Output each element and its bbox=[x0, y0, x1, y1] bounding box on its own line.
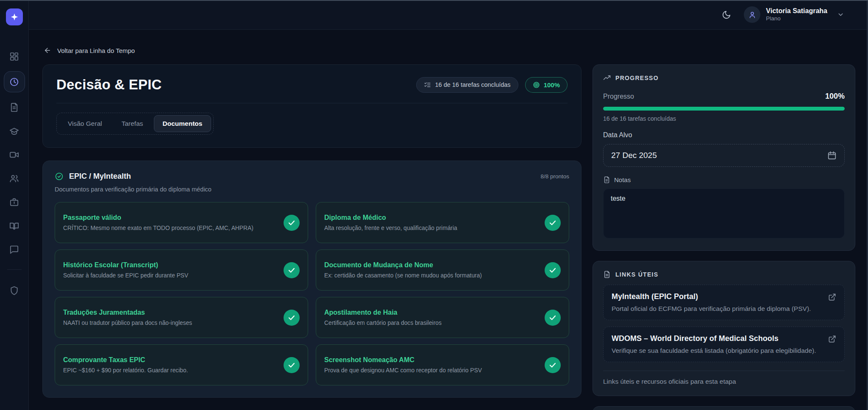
app-logo[interactable] bbox=[6, 8, 23, 25]
document-text: Apostilamento de Haia Certificação em ca… bbox=[324, 309, 448, 326]
document-title: Diploma de Médico bbox=[324, 214, 457, 222]
users-icon bbox=[9, 174, 19, 183]
percent-badge: 100% bbox=[525, 77, 568, 93]
useful-links-card: LINKS ÚTEIS MyIntealth (EPIC Portal) Por… bbox=[593, 261, 855, 396]
document-item[interactable]: Screenshot Nomeação AMC Prova de que des… bbox=[316, 344, 569, 385]
check-circle-icon[interactable] bbox=[545, 262, 561, 278]
circle-check-icon bbox=[55, 172, 64, 181]
percent-badge-label: 100% bbox=[544, 81, 560, 89]
document-item[interactable]: Traduções Juramentadas NAATI ou tradutor… bbox=[55, 297, 308, 338]
document-text: Comprovante Taxas EPIC EPIC ~$160 + $90 … bbox=[63, 356, 194, 374]
window-top-edge bbox=[0, 0, 868, 1]
sidebar-item-community[interactable] bbox=[8, 172, 21, 185]
file-text-icon bbox=[603, 271, 611, 278]
documents-subtitle: Documentos para verificação primária do … bbox=[55, 186, 569, 193]
document-item[interactable]: Diploma de Médico Alta resolução, frente… bbox=[316, 202, 569, 243]
message-square-icon bbox=[9, 245, 19, 255]
external-link-icon[interactable] bbox=[828, 335, 836, 343]
tab-group: Visão Geral Tarefas Documentos bbox=[56, 113, 214, 135]
sidebar-item-education[interactable] bbox=[8, 125, 21, 137]
document-desc: Alta resolução, frente e verso, qualific… bbox=[324, 225, 457, 231]
calendar-icon bbox=[827, 151, 837, 160]
document-item[interactable]: Documento de Mudança de Nome Ex: certidã… bbox=[316, 249, 569, 291]
document-text: Traduções Juramentadas NAATI ou tradutor… bbox=[63, 309, 198, 326]
progress-card: PROGRESSO Progresso 100% 16 de 16 tarefa… bbox=[593, 64, 855, 251]
check-circle-icon[interactable] bbox=[284, 310, 300, 326]
documents-ready-count: 8/8 prontos bbox=[540, 173, 569, 180]
sidebar-item-chat[interactable] bbox=[8, 243, 21, 256]
sidebar-item-timeline-active[interactable] bbox=[4, 71, 25, 92]
user-name: Victoria Satiagraha bbox=[766, 7, 827, 15]
links-section-title: LINKS ÚTEIS bbox=[615, 271, 658, 278]
dashboard-icon bbox=[9, 52, 19, 61]
left-column: Decisão & EPIC 16 de 16 tarefas concluíd… bbox=[42, 64, 581, 398]
tab-visao-geral[interactable]: Visão Geral bbox=[59, 115, 111, 132]
check-circle-icon[interactable] bbox=[284, 357, 300, 373]
check-circle-icon[interactable] bbox=[284, 215, 300, 231]
back-to-timeline-link[interactable]: Voltar para Linha do Tempo bbox=[44, 47, 855, 54]
main-column: Victoria Satiagraha Plano Voltar para Li… bbox=[29, 0, 868, 410]
document-title: Histórico Escolar (Transcript) bbox=[63, 261, 188, 269]
sidebar bbox=[0, 0, 29, 410]
document-text: Histórico Escolar (Transcript) Solicitar… bbox=[63, 261, 194, 279]
document-desc: NAATI ou tradutor público para docs não-… bbox=[63, 320, 192, 326]
file-text-icon bbox=[603, 176, 610, 183]
document-desc: Ex: certidão de casamento (se nome mudou… bbox=[324, 272, 482, 279]
link-item[interactable]: WDOMS – World Directory of Medical Schoo… bbox=[603, 327, 845, 362]
link-desc: Portal oficial do ECFMG para verificação… bbox=[612, 305, 836, 313]
document-item[interactable]: Apostilamento de Haia Certificação em ca… bbox=[316, 297, 569, 338]
book-open-icon bbox=[9, 221, 19, 231]
back-link-label: Voltar para Linha do Tempo bbox=[57, 47, 135, 54]
document-item[interactable]: Histórico Escolar (Transcript) Solicitar… bbox=[55, 249, 308, 291]
notes-label: Notas bbox=[614, 176, 631, 183]
document-text: Documento de Mudança de Nome Ex: certidã… bbox=[324, 261, 488, 279]
document-item[interactable]: Passaporte válido CRÍTICO: Mesmo nome ex… bbox=[55, 202, 308, 243]
document-title: Comprovante Taxas EPIC bbox=[63, 356, 188, 364]
document-desc: Prova de que designou AMC como receptor … bbox=[324, 367, 482, 374]
sidebar-item-jobs[interactable] bbox=[8, 196, 21, 208]
user-meta: Victoria Satiagraha Plano bbox=[766, 7, 827, 22]
document-text: Screenshot Nomeação AMC Prova de que des… bbox=[324, 356, 488, 374]
tab-tarefas[interactable]: Tarefas bbox=[113, 115, 152, 132]
check-circle-icon[interactable] bbox=[545, 357, 561, 373]
progress-label: Progresso bbox=[603, 93, 634, 100]
user-menu[interactable]: Victoria Satiagraha Plano bbox=[744, 6, 844, 23]
page-title: Decisão & EPIC bbox=[56, 77, 162, 93]
target-date-value: 27 Dec 2025 bbox=[611, 151, 657, 160]
document-desc: CRÍTICO: Mesmo nome exato em TODO proces… bbox=[63, 225, 253, 231]
sidebar-item-documents[interactable] bbox=[8, 101, 21, 114]
chevron-down-icon bbox=[837, 11, 844, 18]
progress-tasks-done: 16 de 16 tarefas concluídas bbox=[603, 115, 845, 122]
document-text: Diploma de Médico Alta resolução, frente… bbox=[324, 214, 463, 231]
tab-documentos[interactable]: Documentos bbox=[154, 115, 211, 132]
trending-up-icon bbox=[603, 74, 611, 82]
check-circle-icon[interactable] bbox=[284, 262, 300, 278]
documents-grid: Passaporte válido CRÍTICO: Mesmo nome ex… bbox=[55, 202, 569, 385]
check-circle-icon[interactable] bbox=[545, 215, 561, 231]
sidebar-item-dashboard[interactable] bbox=[8, 50, 21, 63]
progress-section-title: PROGRESSO bbox=[615, 75, 659, 81]
document-title: Passaporte válido bbox=[63, 214, 253, 222]
document-desc: Solicitar à faculdade se EPIC pedir dura… bbox=[63, 272, 188, 279]
target-icon bbox=[533, 81, 540, 89]
graduation-cap-icon bbox=[9, 126, 19, 136]
link-desc: Verifique se sua faculdade está listada … bbox=[612, 347, 836, 355]
sidebar-item-library[interactable] bbox=[8, 219, 21, 232]
sidebar-item-security[interactable] bbox=[8, 284, 21, 297]
target-date-input[interactable]: 27 Dec 2025 bbox=[603, 144, 845, 167]
glossary-card: GLOSSÁRIO PSV (Primary Source Verificati… bbox=[593, 406, 855, 410]
avatar bbox=[744, 6, 760, 23]
check-circle-icon[interactable] bbox=[545, 310, 561, 326]
link-item[interactable]: MyIntealth (EPIC Portal) Portal oficial … bbox=[603, 285, 845, 320]
sidebar-item-videos[interactable] bbox=[8, 148, 21, 161]
user-role: Plano bbox=[766, 15, 827, 22]
header-badges: 16 de 16 tarefas concluídas 100% bbox=[416, 77, 568, 93]
briefcase-icon bbox=[9, 197, 19, 207]
notes-textarea[interactable]: teste bbox=[603, 188, 845, 238]
external-link-icon[interactable] bbox=[828, 293, 836, 301]
tasks-badge-label: 16 de 16 tarefas concluídas bbox=[435, 81, 510, 88]
document-desc: EPIC ~$160 + $90 por relatório. Guardar … bbox=[63, 367, 188, 374]
document-item[interactable]: Comprovante Taxas EPIC EPIC ~$160 + $90 … bbox=[55, 344, 308, 385]
tasks-completed-badge: 16 de 16 tarefas concluídas bbox=[416, 77, 518, 93]
theme-toggle-button[interactable] bbox=[722, 10, 731, 19]
